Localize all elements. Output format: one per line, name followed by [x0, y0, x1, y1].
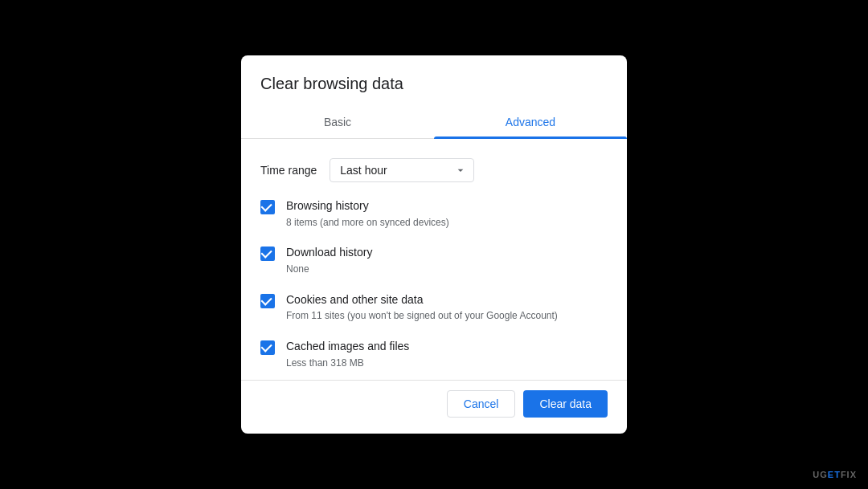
cookies-subtitle: From 11 sites (you won't be signed out o… — [286, 309, 608, 323]
cookies-checkbox[interactable] — [260, 294, 275, 308]
browsing-history-item: Browsing history 8 items (and more on sy… — [260, 198, 608, 229]
browsing-history-subtitle: 8 items (and more on synced devices) — [286, 216, 608, 230]
time-range-label: Time range — [260, 164, 317, 177]
clear-data-button[interactable]: Clear data — [523, 390, 608, 418]
time-range-row: Time range Last hour Last 24 hours Last … — [260, 158, 608, 182]
download-history-subtitle: None — [286, 263, 608, 276]
cached-images-item: Cached images and files Less than 318 MB — [260, 339, 608, 369]
cookies-checkbox-wrapper[interactable] — [260, 294, 275, 308]
watermark: UGETFIX — [813, 470, 857, 479]
cancel-button[interactable]: Cancel — [447, 390, 516, 418]
dialog-body: Time range Last hour Last 24 hours Last … — [241, 139, 627, 380]
browsing-history-text: Browsing history 8 items (and more on sy… — [286, 198, 608, 229]
tab-advanced[interactable]: Advanced — [434, 106, 627, 138]
dialog-footer: Cancel Clear data — [241, 380, 627, 434]
cookies-text: Cookies and other site data From 11 site… — [286, 292, 608, 323]
browsing-history-title: Browsing history — [286, 198, 608, 214]
cookies-title: Cookies and other site data — [286, 292, 608, 308]
tab-bar: Basic Advanced — [241, 106, 627, 139]
download-history-text: Download history None — [286, 245, 608, 275]
clear-browsing-data-dialog: Clear browsing data Basic Advanced Time … — [241, 55, 627, 434]
download-history-checkbox-wrapper[interactable] — [260, 247, 275, 261]
time-range-select[interactable]: Last hour Last 24 hours Last 7 days Last… — [330, 158, 474, 182]
cached-images-checkbox-wrapper[interactable] — [260, 340, 275, 355]
browsing-history-checkbox-wrapper[interactable] — [260, 200, 275, 214]
cached-images-subtitle: Less than 318 MB — [286, 357, 608, 370]
tab-basic[interactable]: Basic — [241, 106, 434, 138]
cached-images-title: Cached images and files — [286, 339, 608, 355]
cookies-item: Cookies and other site data From 11 site… — [260, 292, 608, 323]
download-history-title: Download history — [286, 245, 608, 261]
dialog-title: Clear browsing data — [241, 55, 627, 93]
cached-images-text: Cached images and files Less than 318 MB — [286, 339, 608, 369]
browsing-history-checkbox[interactable] — [260, 200, 275, 214]
scrollable-area[interactable]: Time range Last hour Last 24 hours Last … — [241, 139, 627, 380]
cached-images-checkbox[interactable] — [260, 340, 275, 355]
download-history-checkbox[interactable] — [260, 247, 275, 261]
download-history-item: Download history None — [260, 245, 608, 275]
